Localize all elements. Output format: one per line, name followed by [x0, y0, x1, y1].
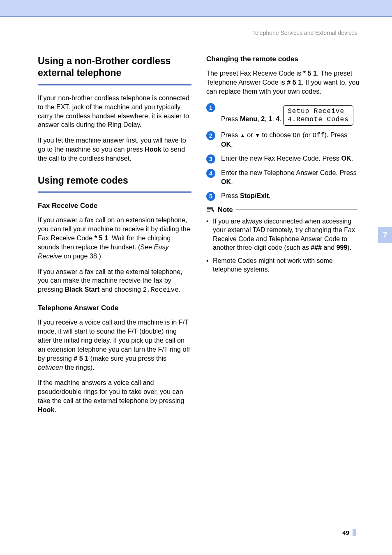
- paragraph: If you receive a voice call and the mach…: [38, 318, 191, 372]
- step-body: Press Menu, 2, 1, 4. Setup Receive 4.Rem…: [221, 103, 360, 126]
- paragraph: If you answer a fax call at the external…: [38, 267, 191, 295]
- note-block: Note If you are always disconnected when…: [206, 206, 357, 284]
- text: ). Press: [325, 131, 348, 138]
- step-4: 4 Enter the new Telephone Answer Code. P…: [206, 168, 360, 187]
- ok-label: OK: [221, 140, 231, 148]
- note-item: If you are always disconnected when acce…: [206, 217, 357, 252]
- text: and choosing: [99, 286, 143, 293]
- text: .: [179, 286, 181, 293]
- step-3: 3 Enter the new Fax Receive Code. Press …: [206, 154, 360, 164]
- mono-text: On: [293, 132, 300, 139]
- key-label: 1: [268, 115, 272, 122]
- top-banner: [0, 0, 392, 17]
- text: .: [54, 406, 56, 413]
- breadcrumb: Telephone Services and External devices: [38, 30, 357, 36]
- step-body: Enter the new Telephone Answer Code. Pre…: [221, 168, 360, 187]
- step-badge-icon: 1: [206, 103, 215, 112]
- text: .: [351, 154, 353, 162]
- step-body: Enter the new Fax Receive Code. Press OK…: [221, 154, 360, 163]
- text: ,: [257, 115, 261, 122]
- down-arrow-icon: ▼: [255, 132, 260, 138]
- code-text: 999: [337, 244, 348, 251]
- text: ,: [265, 115, 268, 122]
- text: Press: [221, 131, 240, 138]
- step-1: 1 Press Menu, 2, 1, 4. Setup Receive 4.R…: [206, 103, 360, 126]
- note-item: Remote Codes might not work with some te…: [206, 256, 357, 274]
- page-footer: 49: [342, 529, 356, 536]
- step-badge-icon: 2: [206, 131, 215, 140]
- code-text: * 5 1: [303, 69, 317, 77]
- mono-text: Off: [312, 132, 324, 139]
- step-badge-icon: 3: [206, 154, 215, 164]
- step-2: 2 Press ▲ or ▼ to choose On (or Off). Pr…: [206, 131, 360, 150]
- step-body: Press Stop/Exit.: [221, 191, 360, 200]
- black-start-label: Black Start: [65, 286, 100, 293]
- mono-text: 2.Receive: [143, 286, 179, 294]
- text: If the machine answers a voice call and …: [38, 379, 184, 404]
- note-header: Note: [206, 206, 357, 214]
- text: Enter the new Fax Receive Code. Press: [221, 154, 341, 162]
- key-label: 4: [276, 115, 279, 122]
- heading-changing-codes: Changing the remote codes: [206, 55, 360, 63]
- text: ).: [347, 244, 351, 251]
- paragraph: If you let the machine answer first, you…: [38, 136, 191, 163]
- text: .: [269, 192, 271, 199]
- page-number: 49: [342, 529, 349, 536]
- code-text: ###: [311, 244, 322, 251]
- heading-remote-codes: Using remote codes: [38, 175, 191, 193]
- code-text: # 5 1: [74, 355, 88, 362]
- step-body: Press ▲ or ▼ to choose On (or Off). Pres…: [221, 131, 360, 150]
- text: the rings).: [63, 364, 94, 371]
- code-text: # 5 1: [287, 78, 302, 86]
- italic-text: between: [38, 364, 63, 371]
- step-5: 5 Press Stop/Exit.: [206, 191, 360, 201]
- heading-fax-receive: Fax Receive Code: [38, 202, 191, 210]
- text: .: [231, 140, 233, 148]
- step-badge-icon: 5: [206, 192, 215, 201]
- text: and: [322, 244, 337, 251]
- hook-label: Hook: [145, 145, 161, 153]
- paragraph: If your non-brother cordless telephone i…: [38, 94, 191, 129]
- page-content: Telephone Services and External devices …: [0, 17, 392, 421]
- right-column: Changing the remote codes The preset Fax…: [206, 55, 360, 421]
- ok-label: OK: [221, 178, 231, 185]
- paragraph: If the machine answers a voice call and …: [38, 378, 191, 414]
- text: ,: [272, 115, 276, 122]
- text: Press: [221, 115, 240, 122]
- step-badge-icon: 4: [206, 169, 215, 178]
- heading-tel-answer: Telephone Answer Code: [38, 304, 191, 312]
- text: on page 38.): [62, 252, 101, 260]
- heading-nonbrother: Using a non-Brother cordless external te…: [38, 55, 191, 85]
- paragraph: If you answer a fax call on an extension…: [38, 216, 191, 260]
- footer-bar-icon: [353, 529, 356, 536]
- text: (or: [301, 131, 313, 138]
- lcd-display: Setup Receive 4.Remote Codes: [283, 105, 353, 126]
- text: (make sure you press this: [88, 355, 166, 362]
- text: Press: [221, 192, 240, 199]
- two-column-layout: Using a non-Brother cordless external te…: [38, 55, 360, 421]
- code-text: * 5 1: [95, 234, 108, 242]
- left-column: Using a non-Brother cordless external te…: [38, 55, 191, 421]
- text: to choose: [260, 131, 293, 138]
- chapter-tab: 7: [378, 227, 392, 243]
- stop-exit-label: Stop/Exit: [240, 192, 269, 199]
- up-arrow-icon: ▲: [240, 132, 245, 138]
- hook-label: Hook: [38, 406, 54, 413]
- note-icon: [206, 207, 214, 213]
- key-label: 2: [261, 115, 265, 122]
- divider: [236, 210, 357, 210]
- text: The preset Fax Receive Code is: [206, 69, 303, 77]
- text: or: [245, 131, 255, 138]
- text: .: [279, 115, 281, 122]
- text: Enter the new Telephone Answer Code. Pre…: [221, 169, 357, 176]
- text: .: [231, 178, 233, 185]
- note-title: Note: [218, 206, 233, 214]
- menu-label: Menu: [240, 115, 257, 122]
- ok-label: OK: [341, 154, 351, 162]
- paragraph: The preset Fax Receive Code is * 5 1. Th…: [206, 69, 360, 96]
